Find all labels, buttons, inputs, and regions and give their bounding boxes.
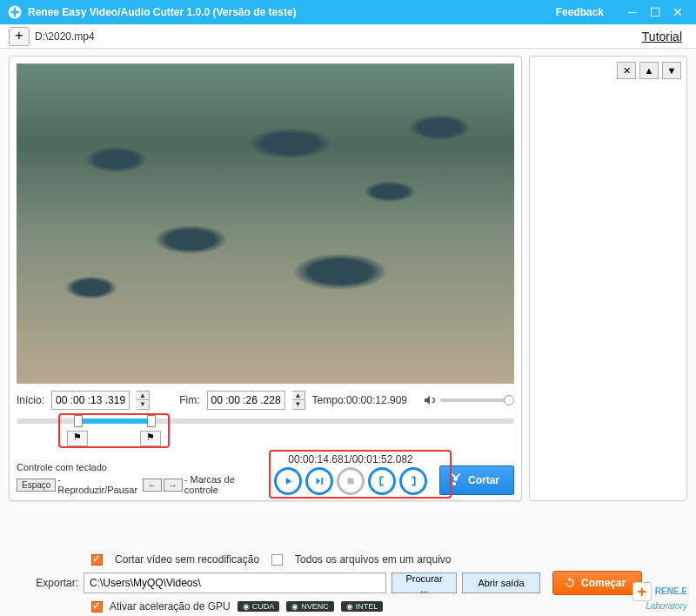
footer: Cortar vídeo sem recodificação Todos os … (0, 548, 696, 613)
nvenc-badge: ◉ NVENC (286, 601, 334, 612)
remove-clip-button[interactable]: ✕ (617, 62, 636, 79)
keyboard-help: Controle com teclado Espaço - Reproduzir… (17, 462, 269, 495)
highlight-range (58, 413, 170, 448)
recut-label: Cortar vídeo sem recodificação (115, 553, 259, 566)
intel-badge: ◉ INTEL (341, 601, 384, 612)
export-label: Exportar: (9, 577, 78, 589)
clip-list-panel: ✕ ▲ ▼ (529, 56, 687, 501)
end-time-input[interactable] (207, 391, 285, 410)
open-output-button[interactable]: Abrir saída (462, 572, 540, 593)
start-label: Início: (17, 394, 44, 406)
maximize-button[interactable]: ☐ (644, 5, 666, 19)
tutorial-link[interactable]: Tutorial (642, 30, 682, 44)
end-label: Fim: (179, 394, 199, 406)
move-down-button[interactable]: ▼ (662, 62, 681, 79)
end-time-spinner[interactable]: ▲▼ (292, 391, 305, 410)
toolbar: + D:\2020.mp4 Tutorial (0, 24, 696, 49)
recut-checkbox[interactable] (91, 554, 103, 566)
refresh-icon (564, 577, 576, 589)
close-button[interactable]: ✕ (666, 5, 689, 19)
app-icon (7, 4, 23, 20)
start-time-spinner[interactable]: ▲▼ (137, 391, 150, 410)
volume-slider[interactable] (440, 398, 514, 402)
start-time-input[interactable] (51, 391, 130, 410)
app-title: Renee Easy Video/Audio Cutter 1.0.0 (Ver… (28, 6, 297, 18)
space-key: Espaço (17, 479, 56, 492)
range-slider[interactable]: ⚑ ⚑ (17, 415, 514, 450)
move-up-button[interactable]: ▲ (639, 62, 659, 79)
allinone-label: Todos os arquivos em um arquivo (295, 553, 451, 566)
video-preview[interactable] (17, 64, 514, 384)
editor-panel: Início: ▲▼ Fim: ▲▼ Tempo:00:00:12.909 ⚑ … (9, 56, 522, 501)
add-file-button[interactable]: + (9, 27, 30, 46)
minimize-button[interactable]: ─ (621, 5, 644, 19)
gpu-label: Ativar aceleração de GPU (110, 600, 231, 613)
left-key: ← (143, 479, 162, 492)
brand-logo: +RENE.E Laboratory (632, 582, 687, 611)
file-path: D:\2020.mp4 (35, 30, 95, 43)
browse-button[interactable]: Procurar ... (392, 572, 457, 593)
right-key: → (164, 479, 183, 492)
export-path-input[interactable] (84, 572, 386, 593)
allinone-checkbox[interactable] (271, 554, 283, 566)
duration-label: Tempo:00:00:12.909 (312, 394, 407, 406)
titlebar: Renee Easy Video/Audio Cutter 1.0.0 (Ver… (0, 0, 696, 24)
gpu-checkbox[interactable] (91, 601, 103, 613)
highlight-playback (269, 450, 452, 499)
volume-icon[interactable] (423, 393, 437, 407)
start-button[interactable]: Começar (552, 571, 642, 595)
cuda-badge: ◉ CUDA (238, 601, 280, 612)
feedback-link[interactable]: Feedback (556, 6, 604, 18)
